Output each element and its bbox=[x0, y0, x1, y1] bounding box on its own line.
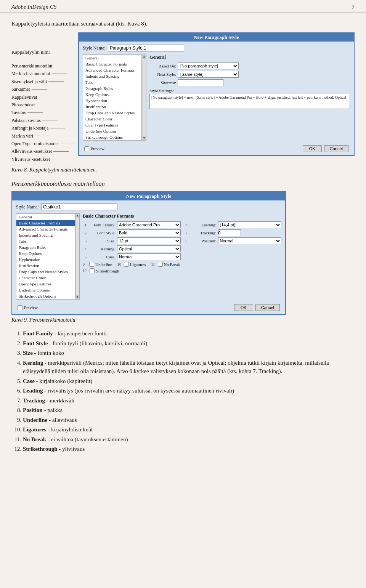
left-panel-item[interactable]: Drop Caps and Nested Styles bbox=[83, 110, 141, 116]
dialog2-style-name-input[interactable] bbox=[41, 203, 117, 210]
left-panel-item[interactable]: Basic Character Formats bbox=[83, 61, 141, 67]
left-panel-item[interactable]: Advanced Character Formats bbox=[16, 226, 75, 232]
field-select[interactable]: Adobe Garamond Pro bbox=[117, 221, 181, 228]
left-panel-item[interactable]: General bbox=[16, 214, 75, 220]
field-select[interactable]: Normal bbox=[218, 237, 282, 244]
field-num: 1 bbox=[83, 223, 87, 227]
list-item-text: - rivivälistys (jos rivivälin arvo näkyy… bbox=[43, 388, 234, 394]
field-input[interactable] bbox=[218, 229, 241, 236]
left-panel-item[interactable]: General bbox=[83, 55, 141, 61]
field-num: 4 bbox=[83, 247, 87, 251]
checkbox-input[interactable] bbox=[124, 262, 129, 267]
field-select[interactable]: Bold bbox=[117, 229, 181, 236]
dialog2-cancel-button[interactable]: Cancel bbox=[255, 304, 280, 311]
list-item-text: - alleviivaus bbox=[47, 417, 77, 423]
shortcut-label: Shortcut: bbox=[149, 80, 176, 85]
left-panel-item[interactable]: Paragraph Rules bbox=[16, 244, 75, 250]
list-item: Kerning - merkkipariväli (Metrics; miten… bbox=[23, 359, 355, 376]
left-panel-item[interactable]: Basic Character Formats bbox=[16, 220, 75, 226]
dialog1-buttons: OK Cancel bbox=[303, 145, 348, 152]
next-style-select[interactable]: [Same style] bbox=[178, 71, 239, 78]
intro-paragraph: Kappaletyyleistä määritellään seuraavat … bbox=[11, 21, 355, 27]
right-panel-title: General bbox=[149, 54, 350, 60]
style-name-row: Style Name: bbox=[83, 45, 350, 51]
section2-heading: Perusmerkkimuotoilussa määritellään bbox=[11, 181, 355, 187]
list-item-bold: Ligatures bbox=[23, 426, 46, 433]
kappaletyylin-nimi-label: Kappaletyylin nimi bbox=[11, 49, 78, 55]
based-on-select[interactable]: [No paragraph style] bbox=[178, 62, 239, 69]
list-item-text: - paikka bbox=[43, 407, 63, 413]
field-num: 5 bbox=[83, 255, 87, 259]
field-label: Font Family: bbox=[88, 223, 116, 227]
page-header: Adobe InDesign CS 7 bbox=[0, 0, 366, 13]
left-panel-item[interactable]: Drop Caps and Nested Styles bbox=[16, 269, 75, 275]
left-panel-item[interactable]: Keep Options bbox=[83, 91, 141, 98]
dialog2-main: GeneralBasic Character FormatsAdvanced C… bbox=[16, 213, 281, 300]
dialog1-left-panel: GeneralBasic Character FormatsAdvanced C… bbox=[83, 54, 142, 141]
strike-num: 12 bbox=[83, 269, 88, 273]
list-item-bold: Kerning bbox=[23, 360, 43, 366]
dialog2-ok-button[interactable]: OK bbox=[234, 304, 253, 311]
left-label-item: Merkin lisämuotoilut bbox=[11, 70, 78, 77]
checkbox-input[interactable] bbox=[89, 262, 94, 267]
left-label-item: Sisennykset ja välit bbox=[11, 78, 78, 85]
checkbox-input[interactable] bbox=[158, 262, 163, 267]
font-field-row: 8 Position: Normal bbox=[184, 237, 282, 244]
left-panel-item[interactable]: Underline Options bbox=[16, 287, 75, 293]
list-item-bold: Case bbox=[23, 378, 35, 384]
list-item: Ligatures - kirjainyhdistelmät bbox=[23, 425, 355, 434]
left-panel-item[interactable]: Keep Options bbox=[16, 250, 75, 256]
shortcut-input[interactable] bbox=[178, 79, 223, 86]
list-item: Underline - alleviivaus bbox=[23, 416, 355, 425]
left-panel-item[interactable]: Paragraph Rules bbox=[83, 85, 141, 91]
list-item-text: - yliviivaus bbox=[58, 446, 85, 452]
ok-button[interactable]: OK bbox=[303, 145, 322, 152]
dialog2-bottom: Preview OK Cancel bbox=[16, 303, 281, 311]
strike-label: Strikethrough bbox=[96, 269, 119, 273]
left-panel-item[interactable]: Justification bbox=[16, 263, 75, 269]
left-panel-item[interactable]: Hyphenation bbox=[83, 98, 141, 104]
field-select[interactable]: Optical bbox=[117, 245, 181, 252]
left-panel-item[interactable]: Strikethrough Options bbox=[83, 134, 141, 140]
dialog1-bottom: Preview OK Cancel bbox=[83, 144, 350, 152]
field-select[interactable]: Normal bbox=[117, 253, 181, 260]
font-field-row: 6 Leading: (14,4 pt) bbox=[184, 221, 282, 228]
left-panel-item[interactable]: Advanced Character Formats bbox=[83, 67, 141, 73]
list-item-bold: Size bbox=[23, 350, 33, 356]
left-panel-item[interactable]: Underline Options bbox=[83, 128, 141, 134]
field-select[interactable]: (14,4 pt) bbox=[218, 221, 282, 228]
left-panel-item[interactable]: Strikethrough Options bbox=[16, 293, 75, 299]
dialog2-preview-checkbox[interactable] bbox=[18, 305, 22, 310]
field-label: Kerning: bbox=[88, 247, 116, 251]
left-label-item: Yliviivaus -asetukset bbox=[11, 155, 78, 163]
left-panel-item[interactable]: Tabs bbox=[16, 238, 75, 244]
style-name-input[interactable] bbox=[108, 45, 184, 51]
strike-checkbox[interactable] bbox=[90, 268, 95, 273]
font-field-row: 4 Kerning: Optical bbox=[83, 245, 181, 252]
list-item-bold: Underline bbox=[23, 417, 47, 423]
left-panel-item[interactable]: OpenType Features bbox=[83, 122, 141, 128]
left-panel-item[interactable]: Character Color bbox=[83, 116, 141, 122]
list-item-bold: No Break bbox=[23, 436, 46, 442]
left-label-item: Perusmerkkimuotoilut bbox=[11, 62, 78, 70]
preview-checkbox[interactable] bbox=[84, 146, 89, 151]
list-item-text: - fontin tyyli (lihavoitu, kursiivi, nor… bbox=[48, 340, 147, 346]
left-panel-item[interactable]: Justification bbox=[83, 104, 141, 110]
left-panel-item[interactable]: Character Color bbox=[16, 275, 75, 281]
cancel-button[interactable]: Cancel bbox=[324, 145, 348, 152]
field-select[interactable]: 12 pt bbox=[117, 237, 181, 244]
caption2: Kuva 9. Perusmerkkimuotoilu bbox=[11, 317, 355, 323]
field-num: 6 bbox=[184, 223, 188, 227]
left-panel-item[interactable]: OpenType Features bbox=[16, 281, 75, 287]
check-num: 11 bbox=[151, 262, 157, 266]
dialog2-preview-check: Preview bbox=[18, 305, 38, 310]
left-panel-item[interactable]: Tabs bbox=[83, 79, 141, 85]
list-item: Font Style - fontin tyyli (lihavoitu, ku… bbox=[23, 339, 355, 348]
list-item-text: - ei vaihtoa (tavutuksen estäminen) bbox=[46, 436, 128, 442]
left-label-item: Open Type -ominaisuudet bbox=[11, 140, 78, 147]
left-panel-item[interactable]: Indents and Spacing bbox=[16, 232, 75, 238]
left-panel-item[interactable]: Hyphenation bbox=[16, 256, 75, 263]
left-panel-item[interactable]: Indents and Spacing bbox=[83, 73, 141, 79]
checkbox-item: 10 Ligatures bbox=[117, 262, 146, 267]
left-label-item: Alleviivaus -asetukset bbox=[11, 147, 78, 155]
